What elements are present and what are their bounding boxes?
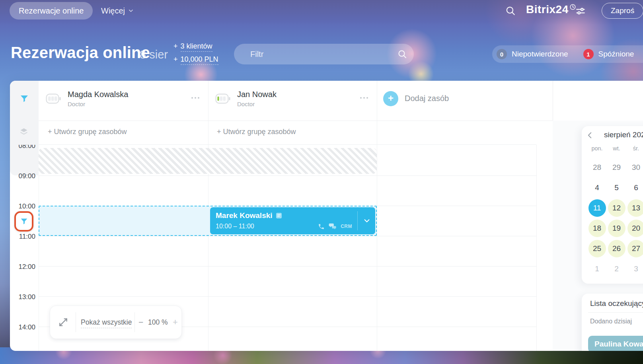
- show-all-button[interactable]: Pokaż wszystkie: [81, 318, 132, 328]
- funnel-icon: [20, 217, 28, 226]
- scheduler-panel: Magda Kowalska Doctor Jan Nowak Doctor D…: [10, 81, 643, 351]
- calendar-day[interactable]: 25: [588, 240, 606, 257]
- expand-icon[interactable]: [58, 317, 68, 327]
- bitrix24-logo-text: Bitrix24: [526, 3, 569, 16]
- revenue-stat[interactable]: + 10,000 PLN: [173, 55, 218, 65]
- time-label: 12:00: [10, 263, 35, 271]
- view-controls-bar: Pokaż wszystkie − 100 % +: [50, 306, 182, 339]
- unconfirmed-count-badge[interactable]: 0: [497, 49, 507, 59]
- unavailable-time-block: [39, 148, 377, 174]
- hour-line: [39, 236, 536, 236]
- crm-label: CRM: [341, 224, 352, 229]
- sidebar-divider: [553, 81, 553, 121]
- calendar-day[interactable]: 2: [608, 260, 625, 278]
- grid-right-border: [536, 145, 537, 351]
- more-menu[interactable]: Więcej: [101, 2, 134, 19]
- calendar-prev-icon[interactable]: [586, 131, 594, 140]
- resource-menu-jan[interactable]: [360, 97, 368, 99]
- status-badges: 0 Niepotwierdzone 1 Spóźnione: [492, 45, 643, 63]
- resource-role: Doctor: [68, 101, 128, 107]
- resource-role: Doctor: [237, 101, 277, 107]
- filter-input[interactable]: [234, 44, 414, 64]
- calendar-day[interactable]: 6: [627, 179, 643, 197]
- calendar-day[interactable]: 30: [627, 159, 643, 176]
- more-menu-label: Więcej: [101, 6, 125, 16]
- clients-stat[interactable]: + 3 klientów: [173, 42, 212, 52]
- late-count-badge[interactable]: 1: [583, 49, 594, 59]
- filter-box[interactable]: [234, 44, 414, 64]
- calendar-day[interactable]: 20: [627, 220, 643, 237]
- tab-online-bookings[interactable]: Rezerwacje online: [10, 2, 93, 19]
- hour-line: [39, 296, 536, 297]
- waiting-list-group-label: Dodano dzisiaj: [590, 318, 632, 325]
- event-chevron-down-icon[interactable]: [363, 217, 370, 224]
- calendar-day[interactable]: 4: [588, 179, 606, 197]
- page-title: Rezerwacja online: [11, 44, 150, 62]
- late-label[interactable]: Spóźnione: [598, 50, 634, 58]
- calendar-day[interactable]: 12: [608, 199, 625, 217]
- invite-button[interactable]: Zaproś: [602, 3, 643, 19]
- calendar-day[interactable]: 26: [608, 240, 625, 257]
- divider: [76, 312, 76, 332]
- time-label: 13:00: [10, 293, 35, 302]
- bitrix24-logo[interactable]: Bitrix24: [526, 3, 576, 16]
- note-icon: [276, 212, 282, 219]
- weekday-label: wt.: [607, 145, 626, 152]
- create-group-button[interactable]: + Utwórz grupę zasobów: [217, 128, 296, 136]
- zoom-out-button[interactable]: −: [138, 317, 143, 327]
- divider: [588, 312, 643, 313]
- settings-sliders-icon[interactable]: [575, 6, 586, 16]
- bitrix24-booking-screen: Rezerwacje online Więcej Bitrix24 Zaproś…: [0, 0, 643, 364]
- clients-stat-link[interactable]: 3 klientów: [181, 42, 212, 52]
- zoom-in-button[interactable]: +: [173, 317, 178, 327]
- filter-funnel-icon[interactable]: [19, 94, 29, 103]
- weekday-label: pon.: [587, 145, 607, 152]
- waiting-list-entry[interactable]: Paulina Kowalska: [588, 336, 643, 351]
- revenue-stat-prefix: +: [173, 55, 178, 65]
- add-resource-button[interactable]: Dodaj zasób: [405, 94, 449, 103]
- time-label: 10:00: [10, 202, 35, 211]
- layers-icon[interactable]: [19, 127, 29, 136]
- calendar-day[interactable]: 5: [608, 179, 625, 197]
- zoom-level: 100 %: [148, 318, 168, 327]
- clients-stat-prefix: +: [173, 42, 178, 52]
- resource-header-magda[interactable]: Magda Kowalska Doctor: [46, 90, 128, 107]
- calendar-day[interactable]: 3: [627, 260, 643, 278]
- annotated-filter-funnel-button[interactable]: [14, 211, 33, 232]
- calendar-day[interactable]: 13: [627, 199, 643, 217]
- resource-name: Magda Kowalska: [68, 90, 128, 99]
- unconfirmed-label[interactable]: Niepotwierdzone: [512, 50, 568, 58]
- waiting-list-title: Lista oczekujących: [590, 299, 643, 308]
- calendar-day[interactable]: 1: [588, 260, 606, 278]
- calendar-day[interactable]: 29: [608, 159, 625, 176]
- calendar-day[interactable]: 28: [588, 159, 606, 176]
- mini-calendar: sierpień 2025 pon. wt. śr. czw. 28 29 30…: [582, 126, 643, 284]
- header-row-border: [39, 121, 553, 121]
- calendar-day[interactable]: 11: [588, 199, 606, 217]
- time-label: 08:00: [10, 145, 35, 150]
- phone-icon: [318, 223, 325, 230]
- chat-icon: [329, 223, 337, 230]
- calendar-weekdays: pon. wt. śr. czw.: [587, 145, 643, 152]
- booking-event[interactable]: Marek Kowalski 10:00 – 11:00 CRM: [210, 207, 375, 234]
- resource-header-jan[interactable]: Jan Nowak Doctor: [215, 90, 277, 107]
- divider: [134, 312, 135, 332]
- calendar-day[interactable]: 18: [588, 220, 606, 237]
- time-label: 11:00: [10, 232, 35, 241]
- create-group-button[interactable]: + Utwórz grupę zasobów: [48, 128, 127, 136]
- calendar-day[interactable]: 19: [608, 220, 625, 237]
- calendar-days: 28 29 30 31 4 5 6 7 11 12 13 14 18 19 20…: [587, 157, 643, 279]
- add-resource-plus-icon[interactable]: [383, 91, 398, 106]
- hour-line: [39, 266, 536, 267]
- resource-toggle-icon[interactable]: [46, 93, 61, 104]
- calendar-month-label: sierpień 2025: [604, 130, 643, 139]
- hour-line: [39, 175, 536, 176]
- time-label: 14:00: [10, 323, 35, 332]
- resource-toggle-icon[interactable]: [215, 93, 230, 104]
- filter-search-icon[interactable]: [397, 49, 407, 59]
- resource-menu-magda[interactable]: [191, 97, 199, 99]
- search-icon[interactable]: [505, 6, 516, 16]
- chevron-down-icon: [128, 8, 134, 14]
- revenue-stat-link[interactable]: 10,000 PLN: [181, 55, 218, 65]
- calendar-day[interactable]: 27: [627, 240, 643, 257]
